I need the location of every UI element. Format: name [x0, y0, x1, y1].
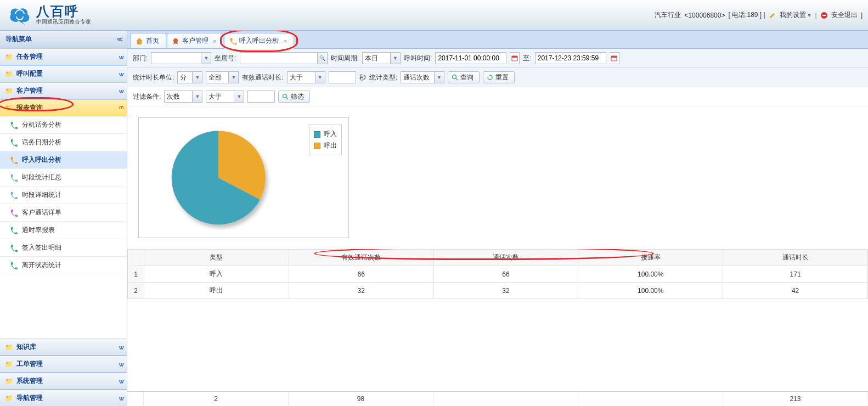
- tab-customer-mgmt[interactable]: 客户管理 ×: [167, 33, 223, 48]
- period-label: 时间周期:: [331, 54, 359, 63]
- col-effective-count[interactable]: 有效通话次数: [289, 250, 433, 266]
- panel-call-config[interactable]: 📁 呼叫配置 vv: [0, 65, 127, 82]
- phone-icon: [9, 191, 18, 200]
- panel-label: 工单管理: [16, 359, 43, 369]
- panel-label: 系统管理: [16, 376, 43, 386]
- start-time-input[interactable]: [435, 52, 506, 64]
- nav-item-customer-call-detail[interactable]: 客户通话详单: [0, 204, 127, 222]
- nav-item-label: 签入签出明细: [22, 243, 61, 252]
- table-row[interactable]: 2 呼出 32 32 100.00% 42: [128, 283, 868, 299]
- tab-inout-analysis[interactable]: 呼入呼出分析 ×: [224, 33, 294, 49]
- bracket-close: ]: [861, 12, 863, 19]
- cell: 42: [723, 283, 868, 299]
- dept-select[interactable]: ▼: [151, 52, 211, 64]
- period-select[interactable]: 本日▼: [362, 52, 401, 64]
- panel-label: 客户管理: [16, 86, 43, 95]
- seconds-label: 秒: [359, 73, 366, 82]
- home-icon: [136, 37, 143, 45]
- panel-knowledge[interactable]: 📁 知识库 vv: [0, 339, 127, 356]
- rownum-cell: 2: [128, 283, 144, 299]
- close-icon[interactable]: ×: [283, 38, 286, 44]
- legend-label: 呼入: [324, 129, 337, 139]
- compare-select[interactable]: 大于▼: [287, 71, 325, 83]
- data-table-area: 类型 有效通话次数 通话次数 接通率 通话时长 1 呼入 66 66: [127, 249, 868, 391]
- seconds-input[interactable]: [329, 71, 356, 83]
- panel-report-query[interactable]: 📁 报表查询 ^^: [0, 99, 127, 116]
- panel-system[interactable]: 📁 系统管理 vv: [0, 373, 127, 390]
- calendar-icon[interactable]: [610, 52, 619, 64]
- duration-unit-label: 统计时长单位:: [133, 73, 174, 82]
- filter-metric-select[interactable]: 次数▼: [164, 91, 202, 103]
- col-call-count[interactable]: 通话次数: [433, 250, 578, 266]
- table-row[interactable]: 1 呼入 66 66 100.00% 171: [128, 266, 868, 283]
- phone-icon: [9, 261, 18, 270]
- nav-item-label: 分机话务分析: [22, 120, 61, 129]
- nav-item-leave-status[interactable]: 离开状态统计: [0, 257, 127, 274]
- nav-item-inout-analysis[interactable]: 呼入呼出分析: [0, 151, 127, 169]
- chart-legend: 呼入 呼出: [309, 125, 342, 155]
- medal-icon: [172, 37, 179, 45]
- panel-label: 呼叫配置: [16, 69, 43, 78]
- search-icon: [282, 93, 289, 100]
- filter-op-select[interactable]: 大于▼: [206, 91, 244, 103]
- seat-label: 坐席号:: [215, 54, 236, 63]
- logout-link[interactable]: 安全退出: [831, 10, 858, 20]
- cell: 100.00%: [578, 283, 723, 299]
- calendar-icon[interactable]: [510, 52, 520, 64]
- panel-label: 导航管理: [16, 393, 43, 403]
- app-header: 八百呼 中国通讯应用整合专家 汽车行业 <100006800> [ 电话:189…: [0, 0, 868, 31]
- legend-item-in: 呼入: [314, 129, 337, 139]
- end-time-input[interactable]: [535, 52, 606, 64]
- close-icon[interactable]: ×: [213, 38, 216, 44]
- duration-unit-select[interactable]: 分▼: [177, 71, 202, 83]
- filter-bar-1: 部门: ▼ 坐席号: 🔍 时间周期: 本日▼ 呼叫时间: 至:: [127, 49, 868, 68]
- panel-customer-mgmt[interactable]: 📁 客户管理 vv: [0, 82, 127, 99]
- cell: 呼出: [144, 283, 289, 299]
- chevron-down-icon: vv: [119, 88, 122, 94]
- chevron-down-icon: ▼: [192, 72, 202, 83]
- panel-workorder[interactable]: 📁 工单管理 vv: [0, 356, 127, 373]
- sidebar-collapse-icon[interactable]: <<: [117, 36, 121, 43]
- seat-input[interactable]: 🔍: [240, 52, 328, 64]
- calltime-label: 呼叫时间:: [404, 54, 432, 63]
- nav-item-period-detail[interactable]: 时段详细统计: [0, 187, 127, 204]
- settings-link[interactable]: 我的设置▼: [780, 10, 812, 20]
- panel-nav-mgmt[interactable]: 📁 导航管理 vv: [0, 390, 127, 406]
- nav-item-duration-rate[interactable]: 通时率报表: [0, 222, 127, 239]
- nav-item-label: 时段统计汇总: [22, 173, 61, 182]
- nav-header: 导航菜单 <<: [0, 31, 127, 48]
- logo-icon: [5, 4, 32, 26]
- nav-item-date-analysis[interactable]: 话务日期分析: [0, 134, 127, 151]
- filter-value-input[interactable]: [247, 91, 275, 103]
- col-connect-rate[interactable]: 接通率: [578, 250, 723, 266]
- effective-label: 有效通话时长:: [242, 73, 283, 82]
- phone-info: [ 电话:189 ] |: [728, 10, 765, 20]
- filter-button[interactable]: 筛选: [278, 91, 310, 103]
- chevron-down-icon: vv: [119, 71, 122, 77]
- search-icon: 🔍: [317, 53, 327, 64]
- cell: 66: [289, 266, 433, 283]
- chevron-down-icon: ▼: [228, 72, 238, 83]
- logo-title: 八百呼: [36, 5, 91, 18]
- nav-item-ext-analysis[interactable]: 分机话务分析: [0, 116, 127, 134]
- tab-home[interactable]: 首页: [131, 33, 166, 48]
- stat-type-label: 统计类型:: [369, 73, 397, 82]
- phone-icon: [9, 244, 18, 252]
- legend-swatch: [314, 143, 320, 149]
- chevron-down-icon: ▼: [234, 91, 244, 102]
- nav-item-period-summary[interactable]: 时段统计汇总: [0, 169, 127, 187]
- scope-select[interactable]: 全部▼: [206, 71, 239, 83]
- reset-button[interactable]: 重置: [483, 71, 515, 83]
- stat-type-select[interactable]: 通话次数▼: [401, 71, 444, 83]
- nav-item-signin-detail[interactable]: 签入签出明细: [0, 239, 127, 257]
- footer-rownum: [127, 392, 144, 406]
- nav-item-label: 话务日期分析: [22, 138, 61, 147]
- query-button[interactable]: 查询: [448, 71, 480, 83]
- col-type[interactable]: 类型: [144, 250, 289, 266]
- col-duration[interactable]: 通话时长: [723, 250, 868, 266]
- cell: 171: [723, 266, 868, 283]
- panel-task-mgmt[interactable]: 📁 任务管理 vv: [0, 48, 127, 65]
- svg-point-9: [283, 94, 287, 98]
- svg-rect-6: [611, 56, 617, 58]
- nav-item-label: 通时率报表: [22, 225, 55, 235]
